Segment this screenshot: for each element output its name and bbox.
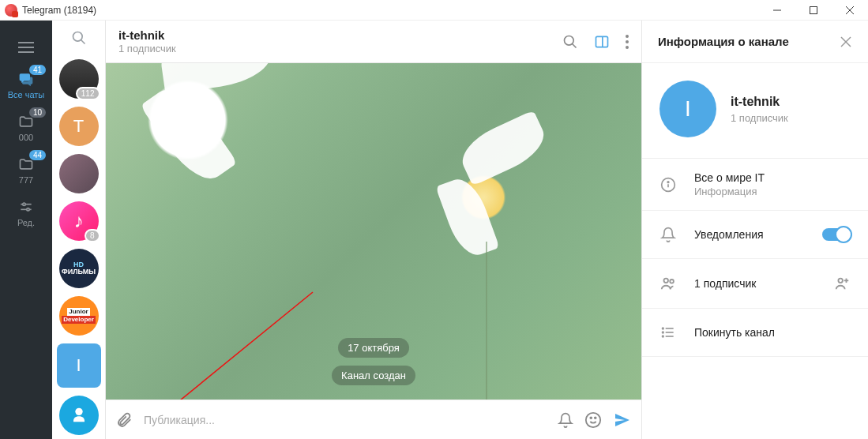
folder-badge: 41 <box>29 65 46 75</box>
svg-rect-1 <box>810 6 817 13</box>
app-icon <box>5 4 17 17</box>
svg-point-36 <box>663 332 664 333</box>
close-button[interactable] <box>832 0 868 21</box>
info-header: Информация о канале <box>642 21 868 63</box>
svg-point-15 <box>626 35 629 38</box>
system-message: Канал создан <box>332 366 415 385</box>
info-panel-title: Информация о канале <box>658 35 789 48</box>
notifications-row[interactable]: Уведомления <box>642 211 868 259</box>
leave-row[interactable]: Покинуть канал <box>642 309 868 357</box>
search-button[interactable] <box>52 21 105 55</box>
notifications-label: Уведомления <box>694 228 764 241</box>
svg-point-20 <box>590 417 592 418</box>
folders-sidebar: 41 Все чаты 10 000 44 777 Ред. <box>0 21 52 439</box>
chat-subtitle: 1 подписчик <box>118 43 176 54</box>
info-icon <box>659 177 677 193</box>
chat-item-active[interactable]: I <box>57 343 101 388</box>
members-icon <box>659 275 677 292</box>
about-text: Все о мире IT <box>694 171 765 184</box>
chat-item[interactable]: T <box>59 107 99 146</box>
more-icon[interactable] <box>626 35 629 49</box>
add-member-icon[interactable] <box>833 275 851 292</box>
svg-point-8 <box>73 32 82 42</box>
folder-label: 000 <box>19 133 33 142</box>
svg-point-7 <box>27 208 29 211</box>
mute-icon[interactable] <box>558 412 573 428</box>
search-icon[interactable] <box>562 34 578 50</box>
channel-name: it-tehnik <box>731 95 788 109</box>
send-icon[interactable] <box>613 411 632 430</box>
svg-point-28 <box>670 280 674 283</box>
channel-profile: I it-tehnik 1 подписчик <box>642 63 868 159</box>
background-decoration <box>404 118 562 276</box>
svg-point-5 <box>23 203 25 205</box>
close-icon[interactable] <box>840 36 852 48</box>
folder-label: 777 <box>19 175 33 185</box>
chat-body[interactable]: 17 октября Канал создан <box>106 63 641 400</box>
folder-000[interactable]: 10 000 <box>0 106 52 148</box>
folder-777[interactable]: 44 777 <box>0 148 52 191</box>
sidebar-toggle-icon[interactable] <box>594 34 610 50</box>
svg-point-29 <box>838 279 843 283</box>
svg-point-17 <box>626 46 629 49</box>
svg-point-37 <box>663 336 664 337</box>
sliders-icon <box>18 199 34 215</box>
window-controls <box>759 0 868 21</box>
folder-all-chats[interactable]: 41 Все чаты <box>0 63 52 106</box>
annotation-arrow <box>155 284 329 400</box>
message-input[interactable] <box>144 414 547 426</box>
svg-point-26 <box>667 181 669 182</box>
leave-label: Покинуть канал <box>694 326 775 339</box>
minimize-button[interactable] <box>759 0 795 21</box>
chat-item[interactable] <box>59 396 99 435</box>
window-title: Telegram (18194) <box>22 5 96 16</box>
list-icon <box>659 325 677 340</box>
message-input-row <box>106 400 641 439</box>
members-label: 1 подписчик <box>694 277 756 290</box>
about-sub: Информация <box>694 186 765 197</box>
svg-point-11 <box>565 36 574 45</box>
chat-item[interactable] <box>59 154 99 193</box>
channel-subscribers: 1 подписчик <box>731 112 788 124</box>
bell-icon <box>659 227 677 242</box>
about-row[interactable]: Все о мире IT Информация <box>642 159 868 211</box>
svg-point-27 <box>664 279 669 283</box>
chat-item[interactable]: JuniorDeveloper <box>59 296 99 336</box>
chat-item[interactable]: ♪8 <box>59 201 99 241</box>
svg-line-12 <box>573 43 577 47</box>
notifications-toggle[interactable] <box>822 228 851 241</box>
main-menu-button[interactable] <box>0 32 52 63</box>
avatar-letter: T <box>73 116 84 137</box>
folder-badge: 10 <box>29 107 46 118</box>
chat-item[interactable]: 112 <box>59 59 99 99</box>
folder-badge: 44 <box>29 150 46 160</box>
folder-label: Ред. <box>17 218 35 227</box>
background-decoration <box>106 63 264 205</box>
search-icon <box>71 30 87 46</box>
svg-point-21 <box>595 417 596 418</box>
members-row[interactable]: 1 подписчик <box>642 259 868 309</box>
info-panel: Информация о канале I it-tehnik 1 подпис… <box>642 21 868 439</box>
svg-point-35 <box>663 328 664 329</box>
titlebar: Telegram (18194) <box>0 0 868 21</box>
svg-point-10 <box>75 408 82 415</box>
hamburger-icon <box>18 47 34 48</box>
chat-header: it-tehnik 1 подписчик <box>106 21 641 63</box>
svg-point-16 <box>626 40 629 43</box>
chat-item[interactable]: HDФИЛЬМЫ <box>59 249 99 288</box>
channel-avatar[interactable]: I <box>659 81 716 137</box>
svg-line-9 <box>81 40 85 44</box>
folder-edit[interactable]: Ред. <box>0 191 52 234</box>
chat-title[interactable]: it-tehnik <box>118 28 176 42</box>
date-separator: 17 октября <box>338 338 409 358</box>
unread-badge: 112 <box>76 87 100 100</box>
svg-point-19 <box>586 412 600 426</box>
emoji-icon[interactable] <box>584 411 602 429</box>
avatar-letter: I <box>76 355 81 376</box>
unread-badge: 8 <box>85 229 100 242</box>
attach-icon[interactable] <box>115 411 133 429</box>
folder-label: Все чаты <box>8 90 45 99</box>
main-column: it-tehnik 1 подписчик 17 октября Канал с… <box>106 21 642 439</box>
background-decoration <box>486 242 487 400</box>
maximize-button[interactable] <box>795 0 832 21</box>
